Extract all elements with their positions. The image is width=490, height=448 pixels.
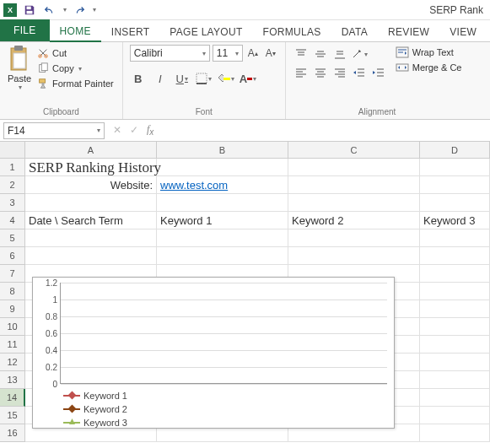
cell[interactable] <box>288 247 420 265</box>
cell[interactable] <box>288 159 420 176</box>
save-button[interactable] <box>22 3 37 18</box>
select-all-corner[interactable] <box>0 142 25 158</box>
cell[interactable]: Keyword 1 <box>157 212 288 229</box>
cell[interactable] <box>420 354 490 371</box>
tab-view[interactable]: VIEW <box>439 22 487 41</box>
cell[interactable] <box>420 159 490 176</box>
cancel-formula-icon[interactable]: ✕ <box>113 124 121 136</box>
fx-icon[interactable]: fx <box>147 123 153 137</box>
cell[interactable] <box>420 247 490 265</box>
cell[interactable] <box>420 407 490 424</box>
cell[interactable] <box>288 176 420 194</box>
row-header[interactable]: 3 <box>0 194 25 212</box>
cell[interactable] <box>420 300 490 318</box>
cell[interactable] <box>420 318 490 336</box>
font-name-select[interactable]: Calibri ▾ <box>130 45 210 62</box>
font-color-button[interactable]: A ▾ <box>240 70 256 87</box>
decrease-indent-button[interactable] <box>351 65 368 80</box>
font-size-select[interactable]: 11 ▾ <box>213 45 243 62</box>
cell[interactable] <box>420 336 490 354</box>
cell[interactable]: Date \ Search Term <box>25 212 157 229</box>
italic-button[interactable]: I <box>152 70 169 87</box>
col-header-D[interactable]: D <box>420 142 490 158</box>
col-header-A[interactable]: A <box>25 142 157 158</box>
align-top-button[interactable] <box>293 46 310 62</box>
cut-button[interactable]: Cut <box>35 46 116 60</box>
cell[interactable] <box>420 424 490 442</box>
merge-center-button[interactable]: Merge & Ce <box>396 62 462 73</box>
shrink-font-button[interactable]: A▾ <box>263 45 278 62</box>
cell[interactable] <box>420 265 490 283</box>
cell[interactable] <box>157 229 288 247</box>
row-header[interactable]: 5 <box>0 229 25 247</box>
format-painter-button[interactable]: Format Painter <box>35 77 116 90</box>
underline-button[interactable]: U▾ <box>174 70 191 87</box>
cell[interactable]: SERP Ranking History <box>25 159 157 176</box>
row-header[interactable]: 14 <box>0 389 25 407</box>
row-header[interactable]: 11 <box>0 336 25 354</box>
cell[interactable] <box>25 194 157 212</box>
cell[interactable] <box>420 194 490 212</box>
cell[interactable] <box>420 283 490 300</box>
tab-page-layout[interactable]: PAGE LAYOUT <box>159 22 252 41</box>
cell[interactable] <box>420 371 490 389</box>
cell[interactable] <box>25 247 157 265</box>
grow-font-button[interactable]: A▴ <box>245 45 261 62</box>
increase-indent-button[interactable] <box>370 65 387 80</box>
row-header[interactable]: 4 <box>0 212 25 229</box>
row-header[interactable]: 9 <box>0 300 25 318</box>
cell[interactable] <box>157 159 288 176</box>
paste-button[interactable]: Paste ▾ <box>7 45 32 105</box>
row-header[interactable]: 15 <box>0 407 25 424</box>
name-box[interactable]: F14 ▾ <box>3 122 105 139</box>
tab-home[interactable]: HOME <box>50 21 101 42</box>
enter-formula-icon[interactable]: ✓ <box>130 124 138 136</box>
row-header[interactable]: 2 <box>0 176 25 194</box>
cell[interactable]: Keyword 2 <box>288 212 420 229</box>
cell[interactable]: Website: <box>25 176 157 194</box>
align-bottom-button[interactable] <box>331 46 348 62</box>
row-header[interactable]: 10 <box>0 318 25 336</box>
cell[interactable]: www.test.com <box>157 176 288 194</box>
cell[interactable] <box>420 176 490 194</box>
row-header[interactable]: 13 <box>0 371 25 389</box>
align-center-button[interactable] <box>312 65 329 80</box>
tab-review[interactable]: REVIEW <box>378 22 439 41</box>
cell[interactable] <box>288 194 420 212</box>
formula-input[interactable] <box>162 122 487 139</box>
col-header-B[interactable]: B <box>157 142 288 158</box>
row-header[interactable]: 1 <box>0 159 25 176</box>
wrap-text-button[interactable]: Wrap Text <box>396 46 462 58</box>
redo-dropdown[interactable]: ▾ <box>93 6 96 13</box>
borders-button[interactable]: ▾ <box>196 70 213 87</box>
redo-button[interactable] <box>72 3 87 18</box>
cell[interactable] <box>157 194 288 212</box>
copy-button[interactable]: Copy ▾ <box>35 62 116 75</box>
bold-button[interactable]: B <box>130 70 147 87</box>
embedded-chart[interactable]: 00.20.40.60.811.2 Keyword 1 Keyword 2 Ke… <box>32 277 395 429</box>
undo-button[interactable] <box>42 3 57 18</box>
row-header[interactable]: 6 <box>0 247 25 265</box>
row-header[interactable]: 7 <box>0 265 25 283</box>
cell[interactable] <box>25 229 157 247</box>
cell[interactable] <box>157 247 288 265</box>
tab-file[interactable]: FILE <box>0 19 50 41</box>
undo-dropdown[interactable]: ▾ <box>63 6 67 13</box>
row-header[interactable]: 8 <box>0 283 25 300</box>
align-right-button[interactable] <box>331 65 348 80</box>
row-header[interactable]: 12 <box>0 354 25 371</box>
align-middle-button[interactable] <box>312 46 329 62</box>
orientation-button[interactable]: ▾ <box>351 46 368 62</box>
cell[interactable] <box>420 229 490 247</box>
tab-insert[interactable]: INSERT <box>101 22 160 41</box>
cell[interactable]: Keyword 3 <box>420 212 490 229</box>
cell[interactable] <box>288 229 420 247</box>
tab-formulas[interactable]: FORMULAS <box>253 22 331 41</box>
fill-color-button[interactable]: ▾ <box>218 70 234 87</box>
tab-data[interactable]: DATA <box>331 22 378 41</box>
col-header-C[interactable]: C <box>288 142 420 158</box>
cell[interactable] <box>420 389 490 407</box>
row-header[interactable]: 16 <box>0 424 25 442</box>
align-left-button[interactable] <box>293 65 310 80</box>
font-color-swatch <box>247 78 252 80</box>
